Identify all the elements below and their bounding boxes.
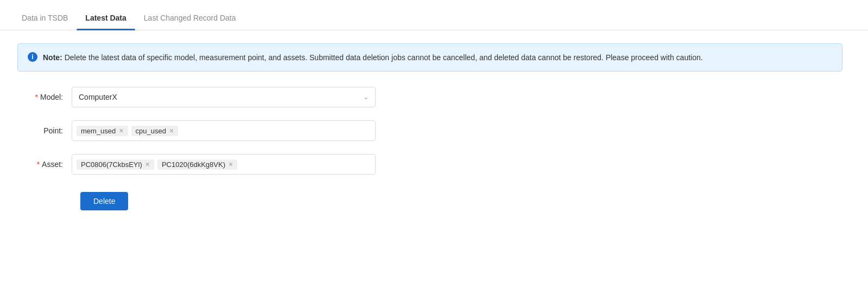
asset-control: PC0806(7CkbsEYl) × PC1020(6dkKg8VK) × [72,154,376,175]
asset-tag-pc1020: PC1020(6dkKg8VK) × [157,159,237,170]
point-tag-mem-used-label: mem_used [81,127,116,135]
asset-tag-pc1020-close[interactable]: × [229,160,233,168]
point-tag-mem-used-close[interactable]: × [119,127,123,134]
model-select-value: ComputerX [79,93,117,101]
point-label: Point: [28,126,72,135]
point-tag-input[interactable]: mem_used × cpu_used × [72,120,376,141]
asset-row: * Asset: PC0806(7CkbsEYl) × PC1020(6dkKg… [28,154,851,175]
asset-label: * Asset: [28,160,72,169]
tab-last-changed-record[interactable]: Last Changed Record Data [135,5,245,30]
tab-latest-data[interactable]: Latest Data [77,5,135,30]
asset-tag-pc1020-label: PC1020(6dkKg8VK) [162,160,225,169]
point-label-text: Point: [43,126,63,135]
point-tag-cpu-used-close[interactable]: × [169,127,174,134]
page-container: Data in TSDB Latest Data Last Changed Re… [0,0,868,289]
asset-tag-input[interactable]: PC0806(7CkbsEYl) × PC1020(6dkKg8VK) × [72,154,376,175]
model-control: ComputerX ⌄ [72,87,376,107]
tab-data-in-tsdb[interactable]: Data in TSDB [13,5,77,30]
model-required-star: * [35,93,38,101]
asset-tag-pc0806: PC0806(7CkbsEYl) × [77,159,154,170]
point-tag-mem-used: mem_used × [77,126,128,136]
point-row: Point: mem_used × cpu_used × [28,120,851,141]
note-box: i Note: Delete the latest data of specif… [17,43,842,72]
model-select[interactable]: ComputerX ⌄ [72,87,376,107]
note-body: Delete the latest data of specific model… [65,53,703,62]
tab-bar: Data in TSDB Latest Data Last Changed Re… [0,0,868,30]
asset-tag-pc0806-label: PC0806(7CkbsEYl) [81,160,142,169]
model-row: * Model: ComputerX ⌄ [28,87,851,107]
asset-label-text: Asset: [42,160,63,169]
info-icon: i [28,52,37,62]
asset-tag-pc0806-close[interactable]: × [145,160,150,168]
delete-button[interactable]: Delete [80,192,128,210]
chevron-down-icon: ⌄ [363,93,369,101]
note-prefix: Note: [43,53,62,62]
form: * Model: ComputerX ⌄ Point: [17,87,851,210]
model-label-text: Model: [40,93,63,101]
content-area: i Note: Delete the latest data of specif… [0,30,868,223]
point-tag-cpu-used-label: cpu_used [136,127,166,135]
asset-required-star: * [37,160,40,169]
point-control: mem_used × cpu_used × [72,120,376,141]
point-tag-cpu-used: cpu_used × [131,126,179,136]
model-label: * Model: [28,93,72,101]
note-text: Note: Delete the latest data of specific… [43,52,703,63]
